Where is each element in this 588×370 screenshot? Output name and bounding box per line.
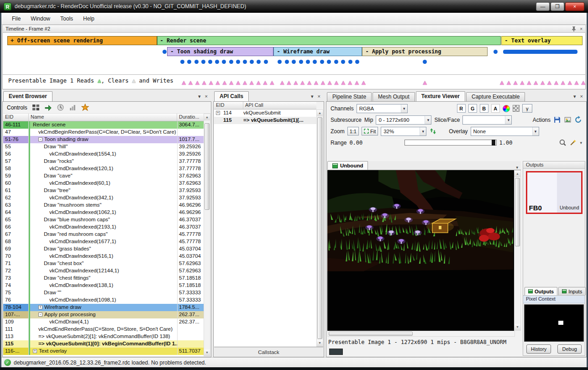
title-bar[interactable]: R debugmarker.rdc - RenderDoc Unofficial… xyxy=(0,0,588,13)
event-row[interactable]: 58vkCmdDrawIndexed(120,1)37.77778 xyxy=(3,165,204,172)
collapse-icon[interactable]: - xyxy=(38,313,42,317)
tab-texture-viewer[interactable]: Texture Viewer xyxy=(416,91,465,101)
viewport-hscrollbar[interactable] xyxy=(327,331,515,337)
zoom-level-combo[interactable]: 32%▾ xyxy=(381,127,426,136)
timeline-toggle-icon[interactable] xyxy=(32,104,40,111)
write-marker-icon[interactable]: ▲ xyxy=(180,80,187,85)
write-marker-icon[interactable]: ▲ xyxy=(255,80,262,85)
timeline-block[interactable]: - Apply post processing xyxy=(362,47,488,56)
write-marker-icon[interactable]: ▲ xyxy=(313,80,320,85)
write-marker-icon[interactable]: ▲ xyxy=(546,80,553,85)
draw-marker-dot[interactable] xyxy=(222,60,226,64)
event-row[interactable]: 115=> vkQueueSubmit(1)[0]: vkBeginComman… xyxy=(3,340,204,348)
texture-viewport[interactable] xyxy=(327,170,515,331)
event-row[interactable]: 46-111Render scene3064.7... xyxy=(3,121,204,129)
timeline-close-icon[interactable]: × xyxy=(580,26,583,31)
write-marker-icon[interactable]: ▲ xyxy=(519,80,526,85)
timeline-block[interactable]: - Wireframe draw xyxy=(273,47,362,56)
refresh-icon[interactable] xyxy=(574,116,582,124)
event-row[interactable]: 61Draw "tree"37.92593 xyxy=(3,187,204,194)
draw-marker-dot[interactable] xyxy=(236,60,240,64)
event-row[interactable]: 113=> vkQueueSubmit(2)[1]: vkEndCommandB… xyxy=(3,333,204,340)
zoom-1to1-button[interactable]: 1:1 xyxy=(347,127,359,135)
event-row[interactable]: 59Draw "cave"37.62963 xyxy=(3,172,204,180)
event-row[interactable]: 56vkCmdDrawIndexed(1554,1)39.25926 xyxy=(3,151,204,158)
texture-tab-list-icon[interactable]: ▾ xyxy=(513,165,521,170)
tab-inputs[interactable]: Inputs xyxy=(558,287,586,295)
event-row[interactable]: 62vkCmdDrawIndexed(342,1)37.92593 xyxy=(3,194,204,202)
tab-event-browser[interactable]: Event Browser xyxy=(3,91,52,101)
zoom-fit-button[interactable]: Fit xyxy=(362,127,378,135)
fb0-thumbnail[interactable]: FB0 Unbound xyxy=(526,171,583,214)
gamma-button[interactable]: γ xyxy=(522,104,532,113)
timeline-block[interactable]: - Toon shading draw xyxy=(167,47,273,56)
write-marker-icon[interactable]: ▲ xyxy=(421,80,428,85)
draw-marker-dot[interactable] xyxy=(215,60,219,64)
event-row[interactable]: 51-76-Toon shading draw1017.7... xyxy=(3,136,204,143)
scroll-thumb[interactable] xyxy=(317,117,322,339)
draw-marker-dot[interactable] xyxy=(334,60,338,64)
event-row[interactable]: 76vkCmdDrawIndexed(1098,1)57.33333 xyxy=(3,297,204,304)
pin-icon[interactable] xyxy=(572,26,576,31)
draw-marker-dot[interactable] xyxy=(180,60,184,64)
event-row[interactable]: 55Draw "hill"39.25926 xyxy=(3,143,204,151)
write-marker-icon[interactable]: ▲ xyxy=(505,80,512,85)
tab-outputs[interactable]: Outputs xyxy=(525,287,557,295)
write-marker-icon[interactable]: ▲ xyxy=(560,80,567,85)
scroll-down-icon[interactable]: ▼ xyxy=(514,324,520,330)
draw-marker-dot[interactable] xyxy=(423,60,427,64)
event-row[interactable]: 74vkCmdDrawIndexed(138,1)57.18518 xyxy=(3,282,204,289)
maximize-button[interactable]: ❒ xyxy=(551,2,564,11)
write-marker-icon[interactable]: ▲ xyxy=(333,80,340,85)
minimize-button[interactable]: — xyxy=(536,2,550,11)
draw-marker-dot[interactable] xyxy=(187,60,191,64)
draw-marker-dot[interactable] xyxy=(257,60,261,64)
draw-marker-dot[interactable] xyxy=(348,60,352,64)
flip-y-icon[interactable] xyxy=(429,127,437,135)
tab-mesh-output[interactable]: Mesh Output xyxy=(373,92,415,101)
texture-viewer-close-icon[interactable]: × xyxy=(580,94,583,99)
event-row[interactable]: 78-104+Wireframe draw1784.5... xyxy=(3,304,204,311)
collapse-icon[interactable]: - xyxy=(38,137,42,141)
write-marker-icon[interactable]: ▲ xyxy=(360,80,367,85)
api-calls-menu-icon[interactable]: ▾ xyxy=(311,94,314,99)
event-row[interactable]: 70vkCmdDrawIndexed(516,1)45.03704 xyxy=(3,253,204,260)
draw-marker-dot[interactable] xyxy=(285,60,289,64)
scroll-thumb[interactable] xyxy=(329,332,413,336)
autofit-wand-icon[interactable] xyxy=(569,139,577,146)
event-browser-scrollbar[interactable]: ▲ ▼ xyxy=(204,114,210,356)
expand-icon[interactable]: + xyxy=(33,349,37,353)
write-marker-icon[interactable]: ▲ xyxy=(279,80,286,85)
history-button[interactable]: History xyxy=(526,344,551,354)
scroll-thumb[interactable] xyxy=(515,178,520,246)
close-button[interactable]: × xyxy=(565,2,584,11)
draw-marker-dot[interactable] xyxy=(208,60,212,64)
write-marker-icon[interactable]: ▲ xyxy=(567,80,573,85)
write-marker-icon[interactable]: ▲ xyxy=(320,80,326,85)
draw-marker-dot[interactable] xyxy=(292,60,296,64)
timeline-block[interactable]: - Text overlay xyxy=(501,36,583,45)
mip-select[interactable]: 0 - 1272x690▾ xyxy=(376,115,431,125)
write-marker-icon[interactable]: ▲ xyxy=(215,80,221,85)
event-browser-close-icon[interactable]: × xyxy=(205,94,208,99)
overflow-chevron-icon[interactable]: ▾ xyxy=(580,141,582,145)
menu-window[interactable]: Window xyxy=(26,14,55,23)
write-marker-icon[interactable]: ▲ xyxy=(292,80,299,85)
event-row[interactable]: 67Draw "red mushroom caps"45.77778 xyxy=(3,231,204,238)
menu-help[interactable]: Help xyxy=(78,14,100,23)
draw-marker-dot[interactable] xyxy=(306,60,310,64)
write-marker-icon[interactable]: ▲ xyxy=(194,80,201,85)
expand-icon[interactable]: + xyxy=(38,305,42,309)
event-row[interactable]: 68vkCmdDrawIndexed(1677,1)45.77778 xyxy=(3,238,204,245)
event-row[interactable]: 111vkCmdEndRenderPass(C=Store, D=Store, … xyxy=(3,326,204,333)
range-min-value[interactable]: 0.00 xyxy=(349,140,362,146)
write-marker-icon[interactable]: ▲ xyxy=(580,80,586,85)
event-row[interactable]: 72vkCmdDrawIndexed(12144,1)57.62963 xyxy=(3,267,204,275)
texture-tab-unbound[interactable]: Unbound xyxy=(327,161,368,170)
draw-marker-dot[interactable] xyxy=(243,60,247,64)
tab-api-calls[interactable]: API Calls xyxy=(214,91,249,101)
draw-marker-dot[interactable] xyxy=(250,60,254,64)
event-row[interactable]: 57Draw "rocks"37.77778 xyxy=(3,158,204,165)
write-marker-icon[interactable]: ▲ xyxy=(553,80,560,85)
write-marker-icon[interactable]: ▲ xyxy=(242,80,248,85)
